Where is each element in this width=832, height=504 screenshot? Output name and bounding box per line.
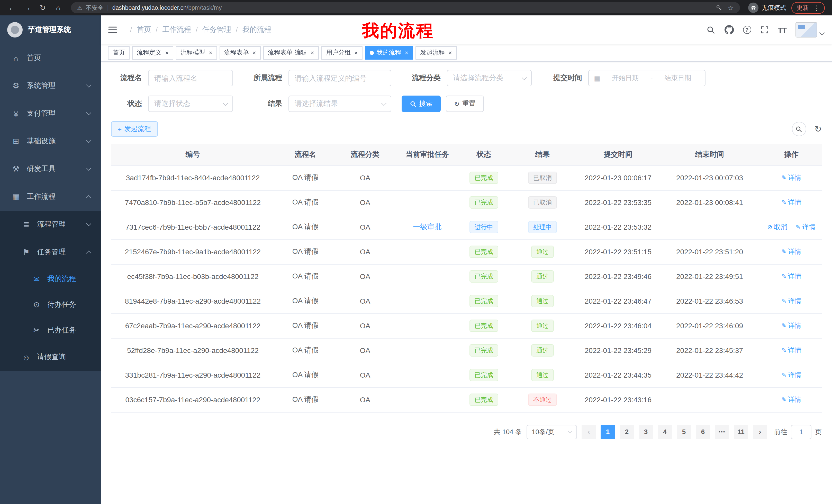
detail-action[interactable]: ✎详情: [781, 297, 801, 305]
create-process-button[interactable]: + 发起流程: [111, 121, 158, 137]
sidebar-item[interactable]: ¥ 支付管理: [0, 100, 101, 128]
tab-close-icon[interactable]: ×: [311, 49, 314, 56]
browser-home-icon[interactable]: ⌂: [51, 4, 65, 12]
category-select[interactable]: 请选择流程分类: [447, 70, 532, 86]
avatar[interactable]: [796, 22, 817, 37]
page-button[interactable]: ⋯: [715, 425, 729, 439]
cell-current-task: [394, 264, 461, 289]
address-bar[interactable]: ⚠ 不安全 | dashboard.yudao.iocoder.cn/bpm/t…: [71, 2, 740, 13]
sidebar-item-icon: ⚑: [21, 248, 32, 257]
detail-action[interactable]: ✎详情: [781, 396, 801, 403]
tab-close-icon[interactable]: ×: [405, 49, 408, 56]
detail-action[interactable]: ✎详情: [781, 346, 801, 354]
date-range-picker[interactable]: ▦ 开始日期 - 结束日期: [588, 70, 705, 86]
detail-action[interactable]: ✎详情: [781, 248, 801, 255]
current-task-link[interactable]: 一级审批: [413, 222, 442, 231]
breadcrumb-item[interactable]: 首页: [126, 25, 151, 34]
key-icon[interactable]: [716, 4, 723, 11]
result-select[interactable]: 请选择流结果: [288, 95, 391, 112]
search-icon[interactable]: [706, 25, 715, 34]
tab-label: 首页: [113, 48, 125, 57]
sidebar-item[interactable]: ⚙ 系统管理: [0, 72, 101, 100]
tab[interactable]: 用户分组 ×: [321, 46, 363, 59]
tab[interactable]: 流程表单-编辑 ×: [263, 46, 319, 59]
detail-action[interactable]: ✎详情: [781, 198, 801, 206]
sidebar-item[interactable]: ⌂ 首页: [0, 44, 101, 72]
reset-button[interactable]: ↻ 重置: [446, 95, 484, 112]
chevron-down-icon: [522, 75, 527, 80]
not-secure-label[interactable]: 不安全: [86, 4, 104, 11]
detail-action[interactable]: ✎详情: [781, 321, 801, 329]
breadcrumb-item[interactable]: 工作流程: [151, 25, 191, 34]
tab-close-icon[interactable]: ×: [209, 49, 212, 56]
browser-menu-icon[interactable]: ⋮: [813, 4, 820, 11]
logo[interactable]: 芋道管理系统: [0, 16, 101, 44]
sidebar-item[interactable]: ✂ 已办任务: [0, 317, 101, 343]
detail-action[interactable]: ✎详情: [796, 223, 815, 231]
sidebar-item[interactable]: ⊞ 基础设施: [0, 128, 101, 155]
detail-action[interactable]: ✎详情: [781, 371, 801, 379]
sidebar-item[interactable]: ≣ 流程管理: [0, 211, 101, 239]
back-icon[interactable]: ←: [5, 4, 19, 12]
prev-page-button[interactable]: ‹: [581, 425, 596, 439]
cell-current-task: [394, 289, 461, 313]
sidebar-item[interactable]: ⚒ 研发工具: [0, 155, 101, 183]
help-icon[interactable]: ?: [743, 26, 751, 34]
breadcrumb-item[interactable]: 任务管理: [191, 25, 231, 34]
process-def-input[interactable]: [288, 70, 391, 86]
cell-id: 67c2eaab-7b9a-11ec-a290-acde48001122: [111, 313, 275, 338]
goto-page-input[interactable]: [791, 425, 811, 439]
status-select[interactable]: 请选择状态: [148, 95, 233, 112]
toggle-search-button[interactable]: [792, 122, 806, 136]
search-button[interactable]: 搜索: [401, 95, 441, 112]
page-button[interactable]: 4: [658, 425, 672, 439]
forward-icon[interactable]: →: [21, 4, 34, 12]
tab-close-icon[interactable]: ×: [253, 49, 256, 56]
process-name-input[interactable]: [148, 70, 233, 86]
breadcrumb-item[interactable]: 我的流程: [231, 25, 271, 34]
bookmark-star-icon[interactable]: ☆: [728, 4, 734, 11]
github-icon[interactable]: [724, 25, 733, 34]
sidebar-item[interactable]: ⊙ 待办任务: [0, 292, 101, 317]
detail-action[interactable]: ✎详情: [781, 272, 801, 280]
page-button[interactable]: 3: [639, 425, 653, 439]
tab-close-icon[interactable]: ×: [448, 49, 452, 56]
tab[interactable]: 首页: [108, 46, 130, 59]
status-badge: 已完成: [469, 319, 498, 332]
refresh-table-button[interactable]: ↻: [814, 123, 822, 134]
cell-actions: ✎详情: [761, 289, 822, 313]
cell-id: 331bc281-7b9a-11ec-a290-acde48001122: [111, 363, 275, 387]
tab[interactable]: 流程模型 ×: [176, 46, 217, 59]
reload-icon[interactable]: ↻: [36, 4, 49, 12]
detail-action[interactable]: ✎详情: [781, 174, 801, 181]
page-button[interactable]: 11: [734, 425, 748, 439]
sidebar-item[interactable]: ✉ 我的流程: [0, 266, 101, 292]
page-size-select[interactable]: 10条/页: [526, 425, 577, 439]
fontsize-icon[interactable]: TT: [778, 25, 786, 34]
tab[interactable]: 发起流程 ×: [415, 46, 457, 59]
sidebar-item[interactable]: ☺ 请假查询: [0, 343, 101, 371]
result-badge: 已取消: [528, 196, 557, 208]
fullscreen-icon[interactable]: [760, 26, 769, 34]
cancel-action[interactable]: ⊘取消: [767, 223, 787, 231]
tab[interactable]: 我的流程 ×: [365, 46, 413, 59]
page-button[interactable]: 1: [601, 425, 615, 439]
avatar-caret-icon: [820, 30, 825, 35]
page-button[interactable]: 5: [677, 425, 691, 439]
tab-close-icon[interactable]: ×: [165, 49, 169, 56]
category-placeholder: 请选择流程分类: [453, 74, 503, 83]
hamburger-icon[interactable]: [108, 26, 117, 34]
page-button[interactable]: 6: [696, 425, 710, 439]
browser-update-button[interactable]: 更新 ⋮: [791, 2, 825, 13]
sidebar-item[interactable]: ⚑ 任务管理: [0, 239, 101, 266]
tab[interactable]: 流程表单 ×: [219, 46, 261, 59]
cell-current-task: [394, 338, 461, 363]
next-page-button[interactable]: ›: [753, 425, 767, 439]
page-button[interactable]: 2: [620, 425, 634, 439]
user-menu[interactable]: [796, 22, 824, 37]
tab-close-icon[interactable]: ×: [354, 49, 358, 56]
column-header: 流程名: [275, 144, 336, 165]
cell-current-task: [394, 240, 461, 264]
tab[interactable]: 流程定义 ×: [132, 46, 173, 59]
sidebar-item[interactable]: ▦ 工作流程: [0, 183, 101, 211]
